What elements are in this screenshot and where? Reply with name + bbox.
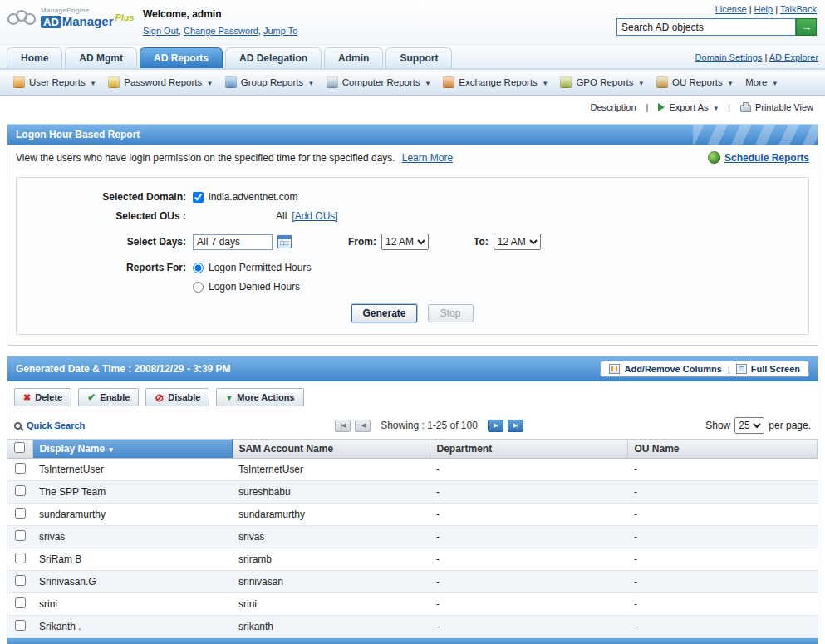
from-label: From: (348, 236, 376, 248)
description-button[interactable]: Description (591, 102, 636, 112)
column-label: Department (437, 443, 493, 455)
more-actions-icon (225, 392, 233, 402)
select-days-input[interactable] (193, 234, 273, 250)
separator: | (646, 102, 649, 112)
logon-permitted-option[interactable]: Logon Permitted Hours (193, 262, 311, 273)
enable-button[interactable]: Enable (78, 388, 139, 406)
row-checkbox[interactable] (15, 485, 26, 496)
select-all-checkbox[interactable] (14, 442, 25, 453)
row-checkbox[interactable] (15, 553, 26, 563)
menu-computer-reports[interactable]: Computer Reports (320, 70, 437, 95)
password-reports-icon (108, 76, 120, 88)
display-name-cell[interactable]: srini (32, 593, 232, 616)
to-select[interactable]: 12 AM (494, 234, 541, 250)
menu-exchange-reports[interactable]: Exchange Reports (436, 70, 553, 95)
report-form: Selected Domain: india.adventnet.com Sel… (16, 177, 809, 335)
row-checkbox-cell (7, 526, 32, 548)
first-page-button[interactable] (335, 420, 351, 432)
column-header-sam-account-name[interactable]: SAM Account Name (232, 440, 430, 459)
page-size-select[interactable]: 25 (734, 417, 764, 434)
menu-gpo-reports[interactable]: GPO Reports (553, 70, 650, 95)
domain-checkbox[interactable] (193, 192, 204, 203)
cell: - (627, 548, 818, 571)
results-table-head-row: Display NameSAM Account NameDepartmentOU… (7, 440, 818, 459)
session-link-jump-to[interactable]: Jump To (263, 26, 297, 36)
more-actions-button[interactable]: More Actions (216, 388, 303, 406)
stop-button[interactable]: Stop (428, 304, 474, 322)
export-as-button[interactable]: Export As (658, 102, 718, 112)
row-checkbox[interactable] (15, 575, 26, 586)
row-checkbox[interactable] (15, 508, 26, 519)
logon-denied-option[interactable]: Logon Denied Hours (193, 281, 300, 293)
add-ous-link[interactable]: [Add OUs] (292, 210, 337, 222)
full-screen-button[interactable]: Full Screen (736, 364, 800, 374)
logon-permitted-radio[interactable] (193, 263, 204, 273)
chevron-down-icon (90, 77, 96, 87)
printable-view-button[interactable]: Printable View (740, 102, 813, 112)
welcome-block: Welcome, admin Sign Out, Change Password… (143, 8, 297, 36)
column-label: OU Name (635, 443, 680, 455)
learn-more-link[interactable]: Learn More (402, 152, 453, 164)
menu-more[interactable]: More (739, 70, 783, 95)
display-name-cell[interactable]: Srikanth . (32, 616, 232, 638)
separator: | (728, 102, 730, 112)
add-remove-columns-button[interactable]: Add/Remove Columns (609, 364, 721, 374)
display-name-cell[interactable]: TsInternetUser (32, 459, 232, 481)
next-page-button[interactable] (488, 420, 503, 432)
display-name-cell[interactable]: SriRam B (32, 548, 232, 571)
session-link-sign-out[interactable]: Sign Out (143, 26, 179, 36)
row-checkbox[interactable] (15, 463, 26, 474)
from-select[interactable]: 12 AM (381, 234, 429, 250)
column-header-display-name[interactable]: Display Name (32, 440, 232, 459)
menu-group-reports[interactable]: Group Reports (219, 70, 320, 95)
nav-link-domain-settings[interactable]: Domain Settings (695, 52, 763, 62)
menu-label: GPO Reports (576, 77, 633, 87)
display-name-cell[interactable]: sundaramurthy (32, 504, 232, 526)
cell: - (430, 459, 627, 481)
top-link-help[interactable]: Help (754, 4, 773, 14)
top-link-license[interactable]: License (715, 4, 747, 14)
chevron-down-icon (425, 77, 430, 87)
top-link-talkback[interactable]: TalkBack (780, 4, 817, 14)
display-name-cell[interactable]: Srinivasan.G (32, 571, 232, 593)
disable-button[interactable]: Disable (145, 388, 209, 406)
search-input[interactable] (616, 18, 796, 36)
nav-link-ad-explorer[interactable]: AD Explorer (769, 52, 818, 62)
logon-denied-radio[interactable] (193, 282, 204, 293)
quick-search-link[interactable]: Quick Search (14, 420, 214, 430)
tab-admin[interactable]: Admin (324, 47, 383, 68)
page-title: Logon Hour Based Report (16, 129, 140, 140)
domain-name: india.adventnet.com (209, 191, 297, 203)
tab-ad-delegation[interactable]: AD Delegation (225, 47, 322, 68)
menu-label: User Reports (29, 77, 86, 87)
display-name-cell[interactable]: The SPP Team (32, 481, 232, 504)
row-checkbox[interactable] (15, 597, 26, 608)
cell: srini (232, 593, 430, 616)
menu-password-reports[interactable]: Password Reports (101, 70, 219, 95)
row-checkbox-cell (7, 548, 32, 571)
last-page-button[interactable] (508, 420, 523, 432)
brand-plus: Plus (115, 12, 134, 22)
search-go-button[interactable] (796, 18, 817, 36)
cell: sriramb (232, 548, 430, 571)
session-link-change-password[interactable]: Change Password (184, 26, 258, 36)
calendar-icon[interactable] (277, 235, 292, 248)
column-header-ou-name[interactable]: OU Name (627, 440, 818, 459)
to-label: To: (474, 236, 489, 248)
menu-ou-reports[interactable]: OU Reports (650, 70, 739, 95)
row-checkbox[interactable] (15, 620, 26, 631)
schedule-reports-link[interactable]: Schedule Reports (708, 151, 809, 164)
generate-button[interactable]: Generate (351, 304, 416, 322)
tab-ad-reports[interactable]: AD Reports (140, 47, 223, 68)
menu-user-reports[interactable]: User Reports (7, 70, 101, 95)
previous-page-button[interactable] (355, 420, 371, 432)
tab-ad-mgmt[interactable]: AD Mgmt (65, 47, 137, 68)
delete-button[interactable]: Delete (14, 388, 71, 406)
tab-home[interactable]: Home (7, 47, 62, 68)
separator: | (747, 4, 754, 14)
row-checkbox[interactable] (15, 530, 26, 541)
column-header-department[interactable]: Department (430, 440, 627, 459)
display-name-cell[interactable]: srivas (32, 526, 232, 548)
bulk-actions: DeleteEnableDisableMore Actions (7, 381, 818, 413)
tab-support[interactable]: Support (385, 47, 452, 68)
